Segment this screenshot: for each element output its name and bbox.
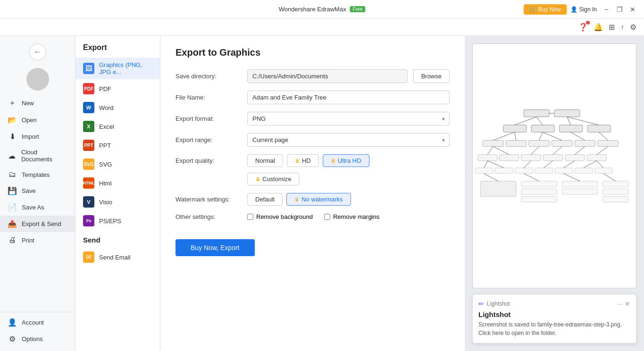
export-item-ps[interactable]: Ps PS/EPS [75, 211, 160, 230]
sidebar-item-export[interactable]: 📤 Export & Send [0, 216, 75, 232]
svg-rect-37 [515, 168, 533, 174]
file-name-label: File Name: [176, 94, 242, 101]
svg-rect-55 [603, 181, 628, 187]
sidebar-item-print[interactable]: 🖨 Print [0, 232, 75, 248]
new-icon: ＋ [8, 98, 17, 108]
grid-icon[interactable]: ⊞ [609, 23, 615, 32]
sign-in-button[interactable]: 👤 Sign In [570, 6, 597, 13]
back-button[interactable]: ← [29, 43, 46, 60]
svg-rect-56 [603, 189, 628, 194]
export-item-pdf[interactable]: PDF PDF [75, 79, 160, 98]
options-icon: ⚙ [8, 334, 17, 343]
svg-line-42 [484, 161, 488, 168]
lightshot-close-button[interactable]: ✕ [625, 300, 630, 308]
window-controls: − ❐ ✕ [601, 4, 638, 15]
svg-line-20 [543, 132, 562, 140]
sidebar-item-save[interactable]: 💾 Save [0, 183, 75, 199]
hd-crown-icon: ♛ [295, 158, 300, 164]
export-item-html[interactable]: HTML Html [75, 174, 160, 192]
titlebar-center: Wondershare EdrawMax Free [279, 6, 365, 13]
svg-rect-4 [531, 125, 554, 132]
export-item-visio[interactable]: V Visio [75, 192, 160, 211]
quality-ultrahd-button[interactable]: ♛ Ultra HD [323, 154, 369, 167]
svg-line-58 [484, 174, 498, 181]
export-range-row: Export range: Current page All pages Sel… [176, 133, 450, 147]
export-range-select[interactable]: Current page All pages Selected shapes [247, 133, 450, 147]
export-item-ppt[interactable]: PPT PPT [75, 136, 160, 155]
remove-bg-checkbox-item[interactable]: Remove background [247, 213, 313, 220]
svg-rect-39 [555, 168, 573, 174]
share-icon[interactable]: ↑ [620, 23, 624, 32]
watermark-crown-icon: ♛ [294, 196, 300, 203]
account-icon: 👤 [8, 318, 17, 327]
svg-rect-35 [475, 168, 493, 174]
sidebar-item-import[interactable]: ⬇ Import [0, 128, 75, 145]
export-item-excel[interactable]: X Excel [75, 117, 160, 136]
close-button[interactable]: ✕ [627, 4, 638, 15]
svg-line-59 [524, 174, 539, 181]
svg-line-7 [515, 117, 536, 125]
sidebar-item-options[interactable]: ⚙ Options [0, 331, 75, 347]
svg-rect-25 [521, 155, 541, 161]
export-button[interactable]: Buy Now, Export [176, 239, 255, 256]
remove-bg-checkbox[interactable] [247, 214, 253, 220]
svg-rect-54 [562, 189, 598, 194]
sidebar-item-cloud[interactable]: ☁ Cloud Documents [0, 145, 75, 167]
preview-diagram [473, 44, 636, 288]
quality-normal-button[interactable]: Normal [247, 154, 283, 167]
sidebar-item-save-as[interactable]: 📄 Save As [0, 199, 75, 216]
remove-margins-checkbox[interactable] [324, 214, 330, 220]
sidebar-item-open[interactable]: 📂 Open [0, 112, 75, 128]
notification-icon[interactable]: 🔔 [594, 23, 603, 32]
watermark-default-button[interactable]: Default [247, 193, 283, 206]
minimize-button[interactable]: − [601, 4, 612, 15]
other-settings-label: Other settings: [176, 213, 242, 220]
svg-line-47 [584, 161, 597, 168]
svg-line-19 [539, 132, 543, 140]
settings-icon[interactable]: ⚙ [630, 23, 636, 32]
svg-line-10 [567, 117, 599, 125]
buy-now-button[interactable]: 🛒 Buy Now [524, 4, 566, 15]
lightshot-app-name: Lightshot [487, 301, 510, 307]
save-directory-input[interactable] [247, 69, 408, 83]
svg-line-21 [571, 132, 585, 140]
remove-margins-checkbox-item[interactable]: Remove margins [324, 213, 379, 220]
sidebar-item-account[interactable]: 👤 Account [0, 314, 75, 331]
quality-hd-button[interactable]: ♛ HD [287, 154, 319, 167]
svg-rect-26 [543, 155, 562, 161]
svg-line-29 [487, 146, 493, 154]
export-item-email[interactable]: ✉ Send Email [75, 248, 160, 267]
svg-rect-3 [503, 125, 527, 132]
export-format-row: Export format: PNG JPG BMP SVG ▼ [176, 112, 450, 125]
export-form-title: Export to Graphics [176, 47, 450, 58]
svg-line-44 [524, 161, 531, 168]
file-name-row: File Name: [176, 91, 450, 104]
watermark-none-button[interactable]: ♛ No watermarks [286, 193, 351, 206]
ultrahd-crown-icon: ♛ [331, 158, 336, 164]
sidebar: ← ＋ New 📂 Open ⬇ Import ☁ Cloud Document… [0, 36, 75, 351]
export-format-select[interactable]: PNG JPG BMP SVG [247, 112, 450, 125]
lightshot-more-button[interactable]: ··· [617, 300, 623, 308]
toolbar: ❓ 🔔 ⊞ ↑ ⚙ [0, 19, 644, 36]
svg-rect-14 [552, 140, 572, 146]
svg-rect-53 [562, 181, 598, 187]
svg-rect-12 [506, 140, 526, 146]
sidebar-item-new[interactable]: ＋ New [0, 94, 75, 112]
maximize-button[interactable]: ❐ [614, 4, 625, 15]
export-item-graphics[interactable]: 🖼 Graphics (PNG, JPG e... [75, 58, 160, 79]
svg-line-8 [536, 117, 543, 125]
export-range-label: Export range: [176, 136, 242, 143]
export-panel-title: Export [75, 43, 160, 58]
file-name-input[interactable] [247, 91, 450, 104]
send-section-title: Send [75, 230, 160, 248]
browse-button[interactable]: Browse [413, 69, 450, 83]
help-icon[interactable]: ❓ [578, 23, 588, 32]
quality-customize-button[interactable]: ♛ Customize [247, 173, 299, 185]
export-item-word[interactable]: W Word [75, 98, 160, 117]
svg-rect-36 [495, 168, 513, 174]
export-item-svg[interactable]: SVG SVG [75, 155, 160, 174]
sidebar-item-templates[interactable]: 🗂 Templates [0, 167, 75, 183]
graphics-icon: 🖼 [83, 63, 94, 74]
visio-icon: V [83, 196, 94, 208]
cloud-icon: ☁ [8, 151, 17, 160]
